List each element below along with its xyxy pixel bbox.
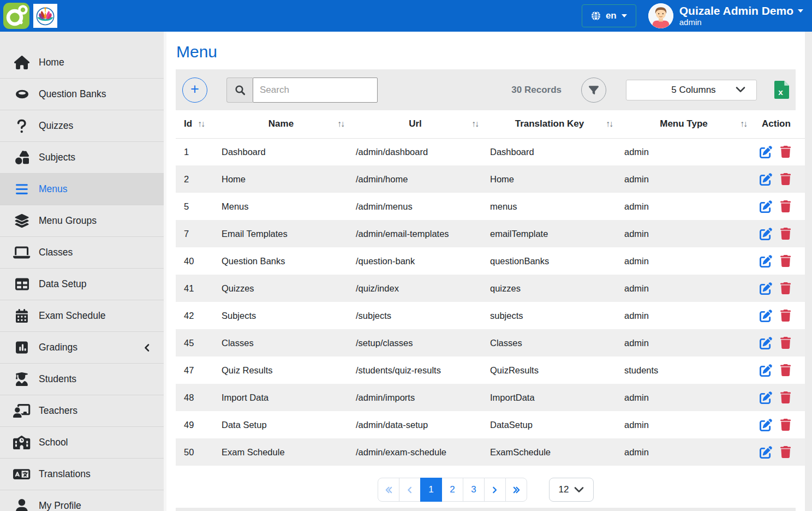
delete-button[interactable] bbox=[780, 173, 791, 185]
sidebar-item-exam-schedule[interactable]: Exam Schedule bbox=[0, 300, 166, 332]
delete-button[interactable] bbox=[780, 391, 791, 403]
edit-icon bbox=[760, 310, 772, 322]
edit-button[interactable] bbox=[760, 173, 772, 186]
first-page-button[interactable] bbox=[378, 478, 399, 502]
chevron-down-icon bbox=[622, 14, 627, 17]
sidebar-item-home[interactable]: Home bbox=[0, 47, 166, 79]
delete-button[interactable] bbox=[780, 364, 791, 376]
sidebar-item-my-profile[interactable]: My Profile bbox=[0, 490, 166, 511]
user-role: admin bbox=[679, 17, 803, 27]
cell-translation-key: DataSetup bbox=[482, 411, 617, 438]
avatar bbox=[648, 3, 673, 28]
last-page-button[interactable] bbox=[505, 478, 527, 502]
cell-translation-key: QuizResults bbox=[482, 356, 617, 384]
column-header-menu-type[interactable]: Menu Type↑↓ bbox=[617, 110, 751, 138]
add-record-button[interactable]: + bbox=[182, 78, 207, 103]
quizale-logo[interactable] bbox=[3, 3, 29, 29]
sidebar-item-menu-groups[interactable]: Menu Groups bbox=[0, 205, 166, 237]
columns-dropdown[interactable]: 5 Columns bbox=[626, 80, 757, 100]
edit-button[interactable] bbox=[760, 255, 772, 268]
cell-name: Quiz Results bbox=[214, 356, 348, 384]
sidebar-item-data-setup[interactable]: Data Setup bbox=[0, 269, 166, 300]
sort-icon[interactable]: ↑↓ bbox=[198, 119, 206, 128]
sidebar-item-question-banks[interactable]: Question Banks bbox=[0, 79, 166, 110]
delete-button[interactable] bbox=[780, 255, 791, 267]
edit-button[interactable] bbox=[760, 391, 772, 404]
sort-icon[interactable]: ↑↓ bbox=[471, 119, 480, 129]
edit-button[interactable] bbox=[760, 364, 772, 377]
cell-url: /admin/home bbox=[348, 165, 482, 193]
sort-icon[interactable]: ↑↓ bbox=[740, 119, 749, 129]
delete-icon bbox=[780, 419, 791, 431]
edit-button[interactable] bbox=[760, 310, 772, 322]
sort-icon[interactable]: ↑↓ bbox=[337, 119, 346, 129]
cell-translation-key: Dashboard bbox=[482, 138, 617, 165]
lotus-logo[interactable] bbox=[33, 4, 57, 28]
edit-button[interactable] bbox=[760, 282, 772, 295]
delete-button[interactable] bbox=[780, 146, 791, 158]
delete-button[interactable] bbox=[780, 419, 791, 431]
cell-id: 48 bbox=[176, 384, 214, 411]
cell-name: Classes bbox=[214, 329, 348, 356]
edit-button[interactable] bbox=[760, 446, 772, 459]
page-size-select[interactable]: 12 bbox=[549, 478, 594, 502]
next-page-button[interactable] bbox=[484, 478, 506, 502]
table-row: 5Menus/admin/menusmenusadmin bbox=[176, 193, 805, 220]
edit-button[interactable] bbox=[760, 419, 772, 431]
column-header-url[interactable]: Url↑↓ bbox=[348, 110, 482, 138]
search-input[interactable] bbox=[253, 78, 378, 103]
cell-translation-key: questionBanks bbox=[482, 247, 617, 275]
records-count: 30 Records bbox=[511, 85, 562, 96]
column-header-id[interactable]: Id↑↓ bbox=[176, 110, 214, 138]
sidebar-item-label: Translations bbox=[39, 468, 91, 480]
language-selector[interactable]: en bbox=[582, 4, 636, 27]
delete-icon bbox=[780, 310, 791, 322]
column-header-translation-key[interactable]: Translation Key↑↓ bbox=[482, 110, 617, 138]
edit-button[interactable] bbox=[760, 146, 772, 158]
page-button-2[interactable]: 2 bbox=[441, 478, 463, 502]
sidebar-item-teachers[interactable]: Teachers bbox=[0, 395, 166, 427]
sidebar-item-subjects[interactable]: Subjects bbox=[0, 142, 166, 174]
cell-menu-type: admin bbox=[617, 275, 751, 302]
delete-icon bbox=[780, 173, 791, 185]
edit-button[interactable] bbox=[760, 337, 772, 349]
page-button-1[interactable]: 1 bbox=[420, 478, 442, 502]
sidebar-item-students[interactable]: Students bbox=[0, 364, 166, 395]
column-header-name[interactable]: Name↑↓ bbox=[214, 110, 348, 138]
cell-menu-type: admin bbox=[617, 438, 751, 466]
delete-button[interactable] bbox=[780, 337, 791, 349]
delete-button[interactable] bbox=[780, 282, 791, 294]
sort-icon[interactable]: ↑↓ bbox=[606, 119, 614, 129]
filter-button[interactable] bbox=[581, 78, 606, 103]
sidebar-item-label: Home bbox=[39, 57, 64, 68]
cell-translation-key: quizzes bbox=[482, 275, 617, 302]
delete-button[interactable] bbox=[780, 310, 791, 322]
page-scrollbar[interactable] bbox=[805, 32, 812, 511]
cell-url: /admin/data-setup bbox=[348, 411, 482, 438]
cell-id: 45 bbox=[176, 329, 214, 356]
column-label: Menu Type bbox=[660, 118, 708, 129]
excel-export-button[interactable]: x bbox=[774, 81, 789, 99]
previous-page-button[interactable] bbox=[399, 478, 421, 502]
delete-button[interactable] bbox=[780, 446, 791, 458]
delete-icon bbox=[780, 200, 791, 212]
cell-menu-type: admin bbox=[617, 302, 751, 329]
page-button-3[interactable]: 3 bbox=[463, 478, 485, 502]
delete-button[interactable] bbox=[780, 228, 791, 240]
sidebar-item-gradings[interactable]: Gradings bbox=[0, 332, 166, 364]
sidebar-item-quizzes[interactable]: Quizzes bbox=[0, 110, 166, 142]
gradings-icon bbox=[13, 341, 31, 354]
home-icon bbox=[13, 56, 31, 69]
edit-button[interactable] bbox=[760, 200, 772, 213]
sidebar-item-classes[interactable]: Classes bbox=[0, 237, 166, 269]
delete-icon bbox=[780, 255, 791, 267]
sidebar-item-menus[interactable]: Menus bbox=[0, 174, 166, 205]
svg-text:x: x bbox=[778, 87, 783, 97]
cell-url: /quiz/index bbox=[348, 275, 482, 302]
user-menu[interactable]: Quizale Admin Demo admin bbox=[648, 3, 807, 28]
edit-button[interactable] bbox=[760, 228, 772, 240]
sidebar-item-school[interactable]: School bbox=[0, 427, 166, 459]
cell-actions bbox=[751, 165, 805, 193]
sidebar-item-translations[interactable]: Translations bbox=[0, 459, 166, 490]
delete-button[interactable] bbox=[780, 200, 791, 212]
